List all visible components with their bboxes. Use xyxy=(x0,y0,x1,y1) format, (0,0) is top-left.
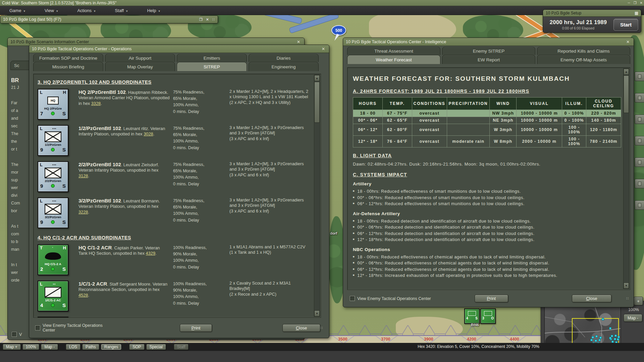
intelligence-window-titlebar[interactable]: 10 PzG Bgde Tactical Operations Center -… xyxy=(343,38,634,46)
scenario-clock: 2000 hrs, Jul 21 1989 xyxy=(543,19,613,25)
toolbar-map-[interactable]: Map + xyxy=(3,344,21,350)
map-edge-button[interactable] xyxy=(635,93,644,103)
tab-engineering[interactable]: Engineering xyxy=(249,62,319,71)
unit-stats: 75% Readiness,65% Morale,100% Ammo,0 min… xyxy=(173,125,226,156)
close-icon[interactable]: ✕ xyxy=(625,40,631,44)
hex-link[interactable]: 4329 xyxy=(146,251,155,256)
unit-counter[interactable]: L••2/C/1-2 AC4S xyxy=(38,317,68,318)
operations-window[interactable]: 10 PzG Bgde Tactical Operations Center -… xyxy=(29,45,329,338)
close-button[interactable]: Close xyxy=(572,295,611,302)
restore-icon[interactable]: ❐ xyxy=(199,17,203,22)
briefing-line xyxy=(11,155,31,162)
menu-game[interactable]: Game▾ xyxy=(4,6,31,15)
menu-actions[interactable]: Actions▾ xyxy=(72,6,101,15)
map-zoom-in-button[interactable]: + xyxy=(634,297,643,305)
close-icon[interactable]: ✕ xyxy=(320,47,326,51)
restore-icon[interactable]: ❐ xyxy=(634,0,637,6)
map-unit-counter[interactable]: 3O xyxy=(480,308,496,324)
tab-mission-briefing[interactable]: Mission Briefing xyxy=(33,62,103,71)
menu-staff[interactable]: Staff▾ xyxy=(110,6,133,15)
close-icon[interactable]: ✕ xyxy=(206,17,209,22)
hex-link[interactable]: 3028 xyxy=(144,131,153,136)
scenario-checkbox[interactable] xyxy=(12,332,17,337)
briefing-line: divi xyxy=(11,193,31,201)
operations-window-titlebar[interactable]: 10 PzG Bgde Tactical Operations Center -… xyxy=(29,45,329,53)
scroll-up-icon[interactable]: ▲ xyxy=(624,69,629,75)
close-icon[interactable]: ✕ xyxy=(640,0,643,6)
hex-link[interactable]: 3228 xyxy=(78,209,88,215)
unit-counter[interactable]: L•••3/2/PzGren9S xyxy=(38,197,68,228)
impact-bullet: ■06* - 12*hrs: Reduced effectiveness of … xyxy=(353,266,621,273)
toolbar-special[interactable]: Special xyxy=(146,344,166,350)
tab-reported-kills-and-claims[interactable]: Reported Kills and Claims xyxy=(537,47,630,55)
unit-description: 1/2/PzGrenBtl 102. Leutnant rlitz. Veter… xyxy=(78,125,170,156)
tab-threat-assessment[interactable]: Threat Assessment xyxy=(347,47,440,55)
resize-grip-icon[interactable]: ∷ xyxy=(320,326,323,330)
toolbar-paths[interactable]: Paths xyxy=(82,344,99,350)
hex-link[interactable]: 3128 xyxy=(78,173,88,178)
tab-weather-forecast[interactable]: Weather Forecast xyxy=(347,55,440,64)
scroll-up-icon[interactable]: ▲ xyxy=(314,75,320,81)
unit-counter[interactable]: T'HHQ C/1-2 A2S xyxy=(38,244,68,275)
setup-window-titlebar[interactable]: 10 PzG Bgde Setup ▦ xyxy=(543,10,641,17)
map-unit-counter[interactable]: 4S xyxy=(464,308,480,324)
menu-view[interactable]: View▾ xyxy=(39,6,63,15)
tab-ew-report[interactable]: EW Report xyxy=(442,55,535,64)
hex-link[interactable]: 4528 xyxy=(78,293,88,298)
tab-map-overlay[interactable]: Map Overlay xyxy=(105,62,175,71)
tab-enemy-off-map-assets[interactable]: Enemy Off-Map Assets xyxy=(537,55,630,64)
intelligence-window[interactable]: 10 PzG Bgde Tactical Operations Center -… xyxy=(343,38,634,307)
map-edge-button[interactable] xyxy=(635,136,644,145)
close-icon[interactable]: ✕ xyxy=(296,40,302,44)
map-edge-button[interactable] xyxy=(635,115,644,124)
map-edge-button[interactable] xyxy=(635,179,644,188)
unit-counter[interactable]: L••1/C/1-2 AC4S xyxy=(38,281,68,311)
toolbar-map-[interactable]: Map - xyxy=(41,344,58,350)
unit-counter[interactable]: L•••2/2/PzGren9S xyxy=(38,161,68,192)
print-button[interactable]: Print xyxy=(475,295,508,302)
weather-scrollbar[interactable]: ▲ ▼ xyxy=(623,68,629,289)
tab-enemy-sitrep[interactable]: Enemy SITREP xyxy=(442,47,535,55)
tab-diaries[interactable]: Diaries xyxy=(249,54,319,62)
print-button[interactable]: Print xyxy=(180,324,212,332)
unit-counter[interactable]: L•••1/2/PzGren9S xyxy=(38,125,68,156)
tab-emitters[interactable]: Emitters xyxy=(177,54,247,62)
weather-cell: NE 3mph xyxy=(490,117,517,124)
start-button[interactable]: Start xyxy=(613,19,638,31)
menu-help[interactable]: Help▾ xyxy=(142,6,165,15)
briefing-line: 21 J xyxy=(11,85,31,93)
sitrep-unit-row: LHHQHQ 2/PzGre7SHQ 2/PzGrenBtl 102. Haup… xyxy=(37,87,313,123)
tab-sitrep[interactable]: SITREP xyxy=(177,62,247,71)
weather-cell: 2000 - 10000 m xyxy=(517,136,562,147)
toolbar-los[interactable]: LOS xyxy=(66,344,80,350)
toolbar-ranges[interactable]: Ranges xyxy=(101,344,121,350)
scroll-down-icon[interactable]: ▼ xyxy=(314,310,320,316)
grid-icon[interactable]: ▦ xyxy=(635,11,638,15)
bullet-icon: ■ xyxy=(353,188,355,195)
scenario-window-title: 10 PzG Bgde Scenario Information Center xyxy=(10,40,89,44)
view-enemy-toc-checkbox[interactable] xyxy=(35,325,40,330)
sitrep-scrollbar[interactable]: ▲ ▼ xyxy=(314,75,320,317)
map-edge-button[interactable] xyxy=(635,72,644,81)
view-enemy-toc-checkbox[interactable] xyxy=(350,296,355,301)
minimize-icon[interactable]: ─ xyxy=(628,0,630,6)
tab-air-support[interactable]: Air Support xyxy=(105,54,175,62)
unit-counter[interactable]: LHHQHQ 2/PzGre7S xyxy=(38,89,68,120)
map-edge-button[interactable] xyxy=(635,158,644,167)
resize-grip-icon[interactable]: ∷ xyxy=(626,296,629,301)
tab-formation-sop-and-doctrine[interactable]: Formation SOP and Doctrine xyxy=(33,54,103,62)
map-edge-button[interactable] xyxy=(635,200,644,210)
ruler-number: 3700 xyxy=(381,337,390,342)
impact-bullet: ■06* - 12*hrs: Reduced detection and ide… xyxy=(353,231,621,237)
setup-window[interactable]: 10 PzG Bgde Setup ▦ 2000 hrs, Jul 21 198… xyxy=(543,9,641,33)
toolbar-staff[interactable]: Staff xyxy=(174,344,189,350)
scroll-down-icon[interactable]: ▼ xyxy=(624,283,629,289)
resize-grip-icon[interactable]: ∷ xyxy=(212,17,215,22)
toolbar-100-[interactable]: 100% xyxy=(22,344,40,350)
map-zoom-out-button[interactable]: Map - xyxy=(624,314,642,322)
hex-link[interactable]: 3328 xyxy=(91,101,101,106)
bottom-strip xyxy=(0,351,644,362)
close-button[interactable]: Close xyxy=(282,324,320,332)
log-window[interactable]: 10 PzG Bgde Log (last 50) (F7) ❐ ✕ ∷ xyxy=(0,15,218,23)
toolbar-sop[interactable]: SOP xyxy=(129,344,144,350)
